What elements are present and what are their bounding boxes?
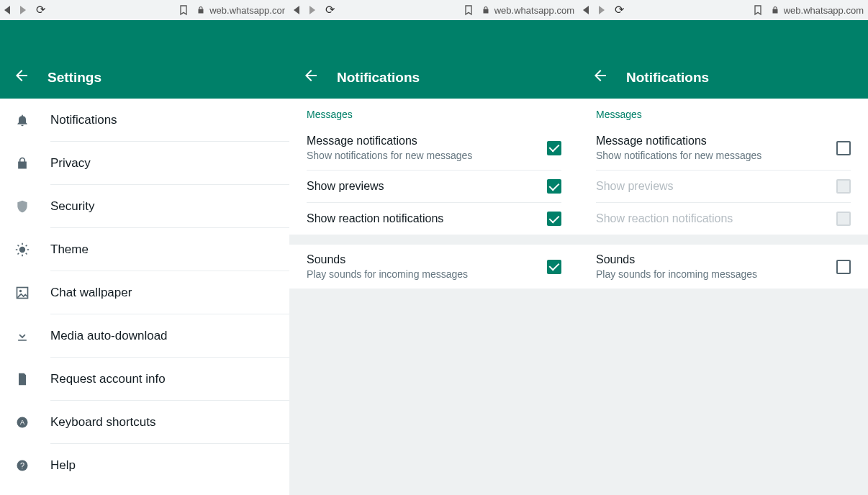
page-title: Notifications xyxy=(626,70,709,86)
settings-label: Chat wallpaper xyxy=(50,286,132,300)
url-text: web.whatsapp.com xyxy=(784,5,864,16)
browser-toolbar: ⟳ web.whatsapp.cor xyxy=(0,0,289,20)
refresh-icon[interactable]: ⟳ xyxy=(325,4,335,16)
section-gap xyxy=(579,235,868,245)
three-pane-stage: ⟳ web.whatsapp.cor Settings xyxy=(0,0,868,495)
settings-label: Keyboard shortcuts xyxy=(50,415,155,430)
pref-reaction-notifications[interactable]: Show reaction notifications xyxy=(289,203,579,235)
keyboard-icon: A xyxy=(14,414,30,430)
settings-label: Theme xyxy=(50,242,89,257)
checkbox-message-notifications[interactable] xyxy=(836,141,851,155)
pref-subtitle: Show notifications for new messages xyxy=(596,150,836,161)
section-messages: Messages Message notifications Show noti… xyxy=(579,99,868,235)
nav-forward-icon[interactable] xyxy=(309,6,315,14)
settings-label: Security xyxy=(50,199,94,214)
nav-back-icon[interactable] xyxy=(4,6,10,14)
settings-row-media-download[interactable]: Media auto-download xyxy=(14,314,289,358)
pref-title: Show previews xyxy=(307,180,547,193)
pref-show-previews: Show previews xyxy=(579,171,868,202)
checkbox-reaction-notifications xyxy=(836,212,851,226)
notifications-header: Notifications xyxy=(289,20,579,99)
settings-row-help[interactable]: ? Help xyxy=(14,444,289,487)
wallpaper-icon xyxy=(14,285,30,301)
bookmark-icon[interactable] xyxy=(752,4,764,16)
settings-label: Notifications xyxy=(50,113,117,127)
section-label-messages: Messages xyxy=(289,99,579,126)
pane-settings: ⟳ web.whatsapp.cor Settings xyxy=(0,0,289,495)
pref-subtitle: Show notifications for new messages xyxy=(307,150,547,161)
address-bar[interactable]: web.whatsapp.com xyxy=(771,5,864,16)
pane-notifications-on: ⟳ web.whatsapp.com Notifications Message… xyxy=(289,0,579,495)
download-icon xyxy=(14,328,30,344)
url-text: web.whatsapp.cor xyxy=(209,5,285,16)
lock-icon xyxy=(482,6,490,14)
svg-text:A: A xyxy=(20,419,25,426)
shield-icon xyxy=(14,199,30,214)
settings-row-keyboard[interactable]: A Keyboard shortcuts xyxy=(14,401,289,444)
settings-list: Notifications Privacy Security Theme xyxy=(0,99,289,487)
lock-icon xyxy=(771,6,779,14)
settings-label: Request account info xyxy=(50,372,166,386)
checkbox-message-notifications[interactable] xyxy=(547,141,561,155)
pref-title: Show previews xyxy=(596,180,836,193)
pane-notifications-off: ⟳ web.whatsapp.com Notifications Message… xyxy=(579,0,868,495)
help-icon: ? xyxy=(14,458,30,473)
settings-row-notifications[interactable]: Notifications xyxy=(14,99,289,142)
pref-title: Message notifications xyxy=(307,135,547,147)
settings-row-theme[interactable]: Theme xyxy=(14,228,289,271)
svg-point-2 xyxy=(19,290,22,292)
empty-area xyxy=(579,289,868,495)
empty-area xyxy=(289,289,579,495)
section-messages: Messages Message notifications Show noti… xyxy=(289,99,579,235)
address-bar[interactable]: web.whatsapp.cor xyxy=(196,5,285,16)
pref-title: Show reaction notifications xyxy=(596,212,836,225)
document-icon xyxy=(14,371,30,387)
pref-show-previews[interactable]: Show previews xyxy=(289,171,579,202)
pref-sounds[interactable]: Sounds Play sounds for incoming messages xyxy=(289,245,579,289)
pref-subtitle: Play sounds for incoming messages xyxy=(307,268,547,280)
pref-reaction-notifications: Show reaction notifications xyxy=(579,203,868,235)
bookmark-icon[interactable] xyxy=(178,4,189,16)
back-button[interactable] xyxy=(302,67,320,84)
settings-row-request-info[interactable]: Request account info xyxy=(14,358,289,401)
section-label-messages: Messages xyxy=(579,99,868,126)
browser-toolbar: ⟳ web.whatsapp.com xyxy=(289,0,579,20)
settings-header: Settings xyxy=(0,20,289,99)
settings-label: Media auto-download xyxy=(50,329,168,343)
settings-label: Privacy xyxy=(50,156,91,171)
settings-label: Help xyxy=(50,458,76,473)
checkbox-reaction-notifications[interactable] xyxy=(547,212,561,226)
settings-row-security[interactable]: Security xyxy=(14,185,289,228)
svg-rect-3 xyxy=(18,340,27,341)
lock-icon xyxy=(196,6,205,14)
theme-icon xyxy=(14,242,30,258)
checkbox-sounds[interactable] xyxy=(836,260,851,274)
bell-icon xyxy=(14,112,30,128)
page-title: Notifications xyxy=(337,70,420,86)
back-button[interactable] xyxy=(13,67,30,84)
pref-sounds[interactable]: Sounds Play sounds for incoming messages xyxy=(579,245,868,289)
pref-subtitle: Play sounds for incoming messages xyxy=(596,268,836,280)
refresh-icon[interactable]: ⟳ xyxy=(615,4,624,16)
pref-title: Message notifications xyxy=(596,135,836,147)
section-sounds: Sounds Play sounds for incoming messages xyxy=(579,245,868,289)
svg-point-0 xyxy=(19,247,25,253)
pref-message-notifications[interactable]: Message notifications Show notifications… xyxy=(579,126,868,170)
nav-forward-icon[interactable] xyxy=(20,6,26,14)
pref-title: Show reaction notifications xyxy=(307,212,547,225)
settings-row-chat-wallpaper[interactable]: Chat wallpaper xyxy=(14,271,289,314)
checkbox-show-previews[interactable] xyxy=(547,179,561,194)
refresh-icon[interactable]: ⟳ xyxy=(36,4,45,16)
section-sounds: Sounds Play sounds for incoming messages xyxy=(289,245,579,289)
pref-title: Sounds xyxy=(596,253,836,266)
checkbox-sounds[interactable] xyxy=(547,260,561,274)
settings-row-privacy[interactable]: Privacy xyxy=(14,142,289,185)
lock-menu-icon xyxy=(14,155,30,171)
nav-back-icon[interactable] xyxy=(294,6,299,14)
bookmark-icon[interactable] xyxy=(463,4,474,16)
address-bar[interactable]: web.whatsapp.com xyxy=(482,5,574,16)
nav-back-icon[interactable] xyxy=(583,6,589,14)
nav-forward-icon[interactable] xyxy=(599,6,605,14)
back-button[interactable] xyxy=(592,67,609,84)
pref-message-notifications[interactable]: Message notifications Show notifications… xyxy=(289,126,579,170)
